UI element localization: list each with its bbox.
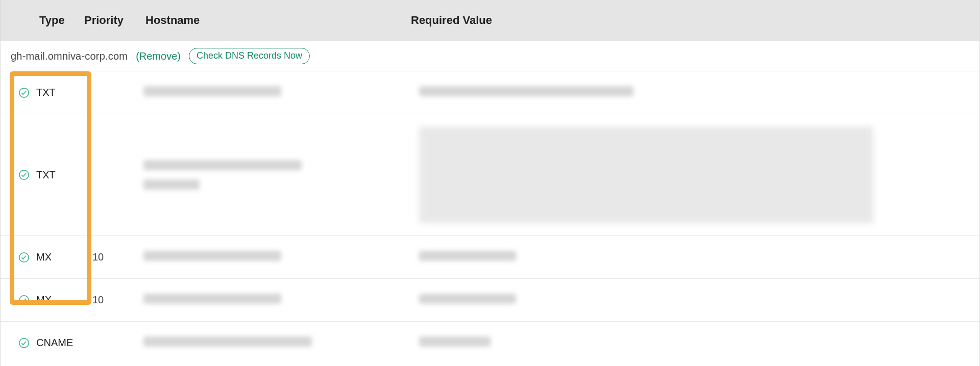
remove-domain-link[interactable]: (Remove)	[136, 50, 181, 62]
column-header-hostname: Hostname	[143, 14, 409, 27]
value-cell	[419, 126, 979, 223]
censored-content	[419, 86, 633, 96]
type-cell: CNAME	[1, 337, 92, 349]
svg-point-0	[19, 88, 29, 97]
value-cell	[419, 86, 979, 99]
censored-content	[419, 336, 491, 347]
verified-icon	[18, 294, 30, 306]
hostname-cell	[143, 160, 419, 190]
type-label: TXT	[36, 87, 56, 98]
column-header-value: Required Value	[409, 14, 979, 27]
check-dns-button[interactable]: Check DNS Records Now	[189, 48, 310, 64]
value-cell	[419, 336, 979, 349]
censored-content	[143, 86, 281, 96]
verified-icon	[18, 87, 30, 99]
verified-icon	[18, 169, 30, 181]
hostname-cell	[143, 86, 419, 99]
table-body: TXT TXT	[1, 71, 979, 364]
hostname-cell	[143, 294, 419, 306]
censored-content	[143, 294, 281, 304]
table-row: MX 10	[1, 279, 979, 322]
censored-content	[419, 126, 873, 223]
table-row: MX 10	[1, 236, 979, 279]
censored-content	[143, 336, 312, 347]
priority-cell: 10	[92, 251, 143, 263]
verified-icon	[18, 251, 30, 264]
verified-icon	[18, 337, 30, 349]
censored-content	[419, 294, 516, 304]
dns-records-panel: Type Priority Hostname Required Value gh…	[0, 0, 980, 366]
table-row: TXT	[1, 71, 979, 114]
svg-point-4	[19, 338, 29, 347]
table-row: TXT	[1, 114, 979, 236]
domain-row: gh-mail.omniva-corp.com (Remove) Check D…	[1, 41, 979, 71]
svg-point-2	[19, 252, 29, 262]
svg-point-1	[19, 170, 29, 179]
column-header-type: Type	[1, 14, 82, 27]
type-cell: TXT	[1, 169, 92, 181]
column-header-priority: Priority	[82, 14, 143, 27]
censored-content	[143, 179, 200, 190]
hostname-cell	[143, 336, 419, 349]
type-cell: TXT	[1, 87, 92, 99]
domain-name: gh-mail.omniva-corp.com	[11, 50, 128, 62]
table-row: CNAME	[1, 322, 979, 364]
censored-content	[143, 251, 281, 261]
type-label: TXT	[36, 169, 56, 181]
svg-point-3	[19, 295, 29, 304]
hostname-cell	[143, 251, 419, 264]
censored-content	[143, 160, 302, 170]
value-cell	[419, 294, 979, 306]
type-label: MX	[36, 251, 52, 263]
table-header-row: Type Priority Hostname Required Value	[1, 0, 979, 41]
censored-content	[419, 251, 516, 261]
type-cell: MX	[1, 251, 92, 264]
value-cell	[419, 251, 979, 264]
type-label: CNAME	[36, 337, 73, 349]
priority-cell: 10	[92, 294, 143, 306]
type-label: MX	[36, 294, 52, 306]
type-cell: MX	[1, 294, 92, 306]
